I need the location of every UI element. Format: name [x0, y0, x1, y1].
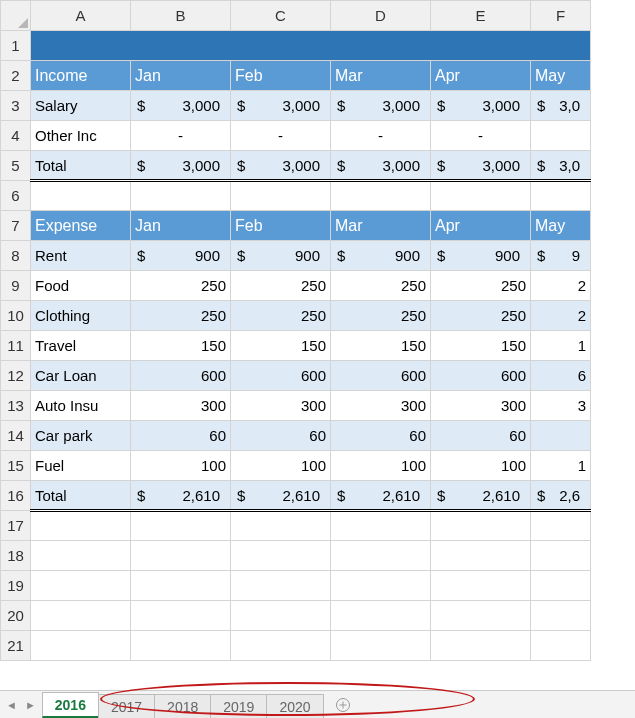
income-header-label[interactable]: Income [31, 61, 131, 91]
row-header-21[interactable]: 21 [1, 631, 31, 661]
cell-expense-total-apr[interactable]: $2,610 [431, 481, 531, 511]
cell-carpark-may[interactable] [531, 421, 591, 451]
sheet-tab-2020[interactable]: 2020 [266, 694, 323, 718]
row-header-4[interactable]: 4 [1, 121, 31, 151]
cell-autoinsu-jan[interactable]: 300 [131, 391, 231, 421]
cell-carloan-may[interactable]: 6 [531, 361, 591, 391]
row-header-17[interactable]: 17 [1, 511, 31, 541]
cell-food-apr[interactable]: 250 [431, 271, 531, 301]
cell-income-total-apr[interactable]: $3,000 [431, 151, 531, 181]
col-header-E[interactable]: E [431, 1, 531, 31]
cell-otherinc-label[interactable]: Other Inc [31, 121, 131, 151]
cell-fuel-jan[interactable]: 100 [131, 451, 231, 481]
cell-carloan-apr[interactable]: 600 [431, 361, 531, 391]
cell-expense-total-may[interactable]: $2,6 [531, 481, 591, 511]
cell-clothing-mar[interactable]: 250 [331, 301, 431, 331]
cell-salary-jan[interactable]: $3,000 [131, 91, 231, 121]
sheet-tab-2019[interactable]: 2019 [210, 694, 267, 718]
sheet-nav-next[interactable]: ► [25, 699, 36, 711]
cell-salary-mar[interactable]: $3,000 [331, 91, 431, 121]
cell-carpark-label[interactable]: Car park [31, 421, 131, 451]
cell-clothing-apr[interactable]: 250 [431, 301, 531, 331]
cell-rent-mar[interactable]: $900 [331, 241, 431, 271]
spreadsheet-grid[interactable]: A B C D E F 1 2 Income Jan Feb Mar Apr M… [0, 0, 591, 661]
income-month-feb[interactable]: Feb [231, 61, 331, 91]
row-header-1[interactable]: 1 [1, 31, 31, 61]
cell-otherinc-apr[interactable]: - [431, 121, 531, 151]
cell-income-total-jan[interactable]: $3,000 [131, 151, 231, 181]
cell-fuel-mar[interactable]: 100 [331, 451, 431, 481]
cell-autoinsu-mar[interactable]: 300 [331, 391, 431, 421]
expense-month-mar[interactable]: Mar [331, 211, 431, 241]
cell-travel-label[interactable]: Travel [31, 331, 131, 361]
cell-expense-total-mar[interactable]: $2,610 [331, 481, 431, 511]
row-header-12[interactable]: 12 [1, 361, 31, 391]
row-header-7[interactable]: 7 [1, 211, 31, 241]
income-month-jan[interactable]: Jan [131, 61, 231, 91]
income-month-apr[interactable]: Apr [431, 61, 531, 91]
row-header-8[interactable]: 8 [1, 241, 31, 271]
add-sheet-button[interactable] [323, 691, 363, 718]
col-header-A[interactable]: A [31, 1, 131, 31]
cell-expense-total-feb[interactable]: $2,610 [231, 481, 331, 511]
expense-month-feb[interactable]: Feb [231, 211, 331, 241]
cell-rent-may[interactable]: $9 [531, 241, 591, 271]
row-header-14[interactable]: 14 [1, 421, 31, 451]
cell-carpark-jan[interactable]: 60 [131, 421, 231, 451]
cell-travel-apr[interactable]: 150 [431, 331, 531, 361]
cell-food-label[interactable]: Food [31, 271, 131, 301]
cell-food-feb[interactable]: 250 [231, 271, 331, 301]
cell-rent-label[interactable]: Rent [31, 241, 131, 271]
cell-carloan-label[interactable]: Car Loan [31, 361, 131, 391]
horizontal-scroll-track[interactable] [363, 691, 635, 718]
row-header-11[interactable]: 11 [1, 331, 31, 361]
income-month-mar[interactable]: Mar [331, 61, 431, 91]
row-header-9[interactable]: 9 [1, 271, 31, 301]
col-header-B[interactable]: B [131, 1, 231, 31]
cell-salary-label[interactable]: Salary [31, 91, 131, 121]
select-all-corner[interactable] [1, 1, 31, 31]
cell-clothing-may[interactable]: 2 [531, 301, 591, 331]
cell-income-total-label[interactable]: Total [31, 151, 131, 181]
cell-carpark-apr[interactable]: 60 [431, 421, 531, 451]
row-header-20[interactable]: 20 [1, 601, 31, 631]
expense-month-may[interactable]: May [531, 211, 591, 241]
cell-carpark-feb[interactable]: 60 [231, 421, 331, 451]
cell-carloan-jan[interactable]: 600 [131, 361, 231, 391]
row-header-13[interactable]: 13 [1, 391, 31, 421]
col-header-D[interactable]: D [331, 1, 431, 31]
cell-otherinc-may[interactable] [531, 121, 591, 151]
cell-travel-feb[interactable]: 150 [231, 331, 331, 361]
row-header-19[interactable]: 19 [1, 571, 31, 601]
cell-otherinc-feb[interactable]: - [231, 121, 331, 151]
cell-rent-apr[interactable]: $900 [431, 241, 531, 271]
cell-income-total-mar[interactable]: $3,000 [331, 151, 431, 181]
cell-rent-feb[interactable]: $900 [231, 241, 331, 271]
cell-fuel-feb[interactable]: 100 [231, 451, 331, 481]
col-header-F[interactable]: F [531, 1, 591, 31]
cell-blank-6A[interactable] [31, 181, 131, 211]
cell-carloan-mar[interactable]: 600 [331, 361, 431, 391]
row-header-10[interactable]: 10 [1, 301, 31, 331]
cell-salary-apr[interactable]: $3,000 [431, 91, 531, 121]
cell-fuel-label[interactable]: Fuel [31, 451, 131, 481]
cell-clothing-jan[interactable]: 250 [131, 301, 231, 331]
cell-travel-jan[interactable]: 150 [131, 331, 231, 361]
cell-expense-total-jan[interactable]: $2,610 [131, 481, 231, 511]
cell-income-total-may[interactable]: $3,0 [531, 151, 591, 181]
expense-month-apr[interactable]: Apr [431, 211, 531, 241]
cell-food-jan[interactable]: 250 [131, 271, 231, 301]
row-header-3[interactable]: 3 [1, 91, 31, 121]
cell-food-may[interactable]: 2 [531, 271, 591, 301]
sheet-tab-2017[interactable]: 2017 [98, 694, 155, 718]
cell-autoinsu-label[interactable]: Auto Insu [31, 391, 131, 421]
row-header-18[interactable]: 18 [1, 541, 31, 571]
cell-fuel-apr[interactable]: 100 [431, 451, 531, 481]
cell-clothing-feb[interactable]: 250 [231, 301, 331, 331]
cell-clothing-label[interactable]: Clothing [31, 301, 131, 331]
col-header-C[interactable]: C [231, 1, 331, 31]
row-header-2[interactable]: 2 [1, 61, 31, 91]
expense-header-label[interactable]: Expense [31, 211, 131, 241]
cell-otherinc-jan[interactable]: - [131, 121, 231, 151]
cell-expense-total-label[interactable]: Total [31, 481, 131, 511]
